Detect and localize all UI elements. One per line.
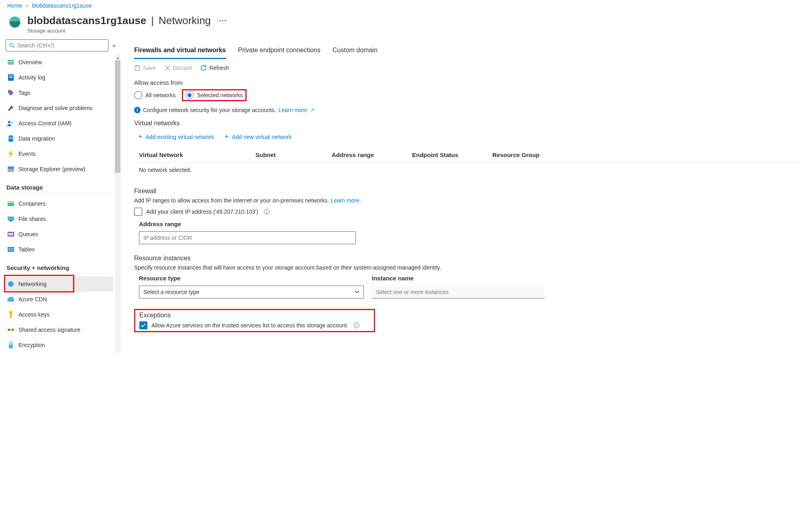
sidebar-item-sas[interactable]: Shared access signature [6, 322, 113, 337]
sidebar-item-label: Containers [18, 200, 46, 207]
sidebar-item-encryption[interactable]: Encryption [6, 337, 113, 353]
save-button[interactable]: Save [134, 65, 156, 71]
sidebar-item-iam[interactable]: Access Control (IAM) [6, 116, 113, 131]
breadcrumb-resource[interactable]: blobdatascans1rg1ause [32, 2, 92, 9]
tab-firewalls[interactable]: Firewalls and virtual networks [134, 47, 226, 59]
resource-instances-heading: Resource instances [134, 255, 802, 262]
svg-rect-18 [8, 203, 14, 206]
radio-selected-networks[interactable]: Selected networks [186, 91, 243, 99]
sidebar-scrollbar-thumb[interactable] [115, 60, 120, 173]
svg-rect-19 [8, 217, 14, 221]
sidebar-item-label: Shared access signature [18, 327, 80, 333]
sidebar-item-overview[interactable]: Overview [6, 55, 113, 70]
sidebar-item-tags[interactable]: Tags [6, 85, 113, 100]
svg-rect-5 [8, 61, 14, 65]
help-icon[interactable]: i [264, 209, 269, 215]
sidebar-item-label: Tables [18, 246, 35, 253]
allow-access-label: Allow access from [134, 79, 802, 86]
sidebar-item-containers[interactable]: Containers [6, 196, 113, 211]
queues-icon [7, 232, 14, 237]
migrate-icon [7, 135, 14, 142]
sidebar-item-label: Networking [18, 281, 47, 287]
page-subtitle: Storage account [27, 28, 227, 34]
svg-rect-17 [8, 201, 14, 202]
page-section: Networking [159, 14, 211, 27]
link-label: Add existing virtual network [146, 134, 214, 140]
discard-button[interactable]: Discard [165, 65, 192, 71]
sidebar-item-azure-cdn[interactable]: Azure CDN [6, 292, 113, 307]
sidebar-item-label: Diagnose and solve problems [18, 105, 92, 111]
tab-custom-domain[interactable]: Custom domain [333, 47, 377, 59]
sidebar-item-label: Azure CDN [18, 296, 47, 302]
learn-more-link[interactable]: Learn more [279, 107, 308, 113]
highlight-annotation: Selected networks [182, 89, 246, 101]
bolt-icon [7, 150, 14, 157]
sidebar-item-access-keys[interactable]: Access keys [6, 307, 113, 322]
networking-icon [7, 281, 14, 287]
sidebar-section-security: Security + networking [6, 264, 120, 271]
address-range-input[interactable] [139, 231, 356, 244]
tag-icon [7, 90, 14, 96]
instance-name-label: Instance name [372, 275, 545, 282]
sidebar-item-diagnose[interactable]: Diagnose and solve problems [6, 100, 113, 116]
explorer-icon [7, 166, 14, 172]
firewall-learn-more-link[interactable]: Learn more. [331, 197, 361, 204]
search-icon [9, 43, 15, 48]
svg-point-34 [12, 329, 14, 331]
add-client-ip-label: Add your client IP address ('49.207.210.… [146, 208, 258, 215]
fileshares-icon [7, 217, 14, 221]
refresh-icon [200, 65, 207, 71]
divider [6, 274, 112, 274]
breadcrumb: Home › blobdatascans1rg1ause [0, 0, 812, 11]
sidebar-item-activity-log[interactable]: Activity log [6, 70, 113, 85]
search-box[interactable] [6, 39, 108, 51]
add-client-ip-checkbox[interactable] [134, 208, 142, 216]
svg-line-3 [13, 46, 14, 48]
sidebar-item-networking[interactable]: Networking [6, 276, 113, 292]
col-subnet: Subnet [255, 151, 332, 158]
keys-icon [7, 311, 14, 318]
info-text: Configure network security for your stor… [143, 107, 276, 113]
refresh-button[interactable]: Refresh [200, 65, 229, 71]
resource-type-select[interactable]: Select a resource type [139, 286, 364, 298]
sidebar-item-label: Storage Explorer (preview) [18, 166, 86, 172]
col-virtual-network: Virtual Network [139, 151, 255, 158]
instance-name-input[interactable] [372, 286, 545, 298]
more-button[interactable]: ··· [219, 16, 227, 25]
search-input[interactable] [17, 42, 105, 49]
sidebar-item-label: File shares [18, 216, 46, 222]
col-endpoint-status: Endpoint Status [412, 151, 492, 158]
collapse-sidebar-button[interactable]: « [112, 42, 116, 49]
add-new-vnet-button[interactable]: +Add new virtual network [224, 133, 292, 141]
svg-point-13 [8, 139, 13, 142]
tab-private-endpoint[interactable]: Private endpoint connections [238, 47, 320, 59]
breadcrumb-home[interactable]: Home [7, 2, 22, 9]
sidebar-item-data-migration[interactable]: Data migration [6, 131, 113, 146]
help-icon[interactable]: i [354, 323, 359, 328]
toolbar-label: Refresh [209, 65, 229, 71]
svg-rect-8 [9, 77, 12, 78]
sidebar-item-queues[interactable]: Queues [6, 227, 113, 242]
firewall-desc: Add IP ranges to allow access from the i… [134, 197, 329, 204]
toolbar: Save Discard Refresh [134, 65, 802, 71]
sidebar-item-file-shares[interactable]: File shares [6, 211, 113, 227]
svg-rect-16 [11, 167, 13, 169]
sidebar-item-events[interactable]: Events [6, 146, 113, 161]
sidebar-item-label: Activity log [18, 74, 45, 81]
cdn-icon [7, 297, 14, 302]
svg-rect-22 [8, 233, 10, 235]
sidebar-item-label: Queues [18, 231, 38, 237]
external-link-icon: ↗ [310, 107, 314, 113]
sidebar-item-storage-explorer[interactable]: Storage Explorer (preview) [6, 161, 113, 177]
svg-rect-25 [8, 247, 14, 252]
svg-rect-7 [9, 76, 12, 76]
sidebar-item-tables[interactable]: Tables [6, 242, 113, 257]
radio-all-networks[interactable]: All networks [134, 91, 175, 99]
virtual-networks-heading: Virtual networks [134, 120, 802, 127]
svg-rect-23 [10, 233, 11, 235]
discard-icon [165, 65, 170, 71]
allow-trusted-services-checkbox[interactable] [139, 321, 147, 329]
svg-point-2 [10, 43, 13, 47]
add-existing-vnet-button[interactable]: +Add existing virtual network [138, 133, 214, 141]
scroll-up-arrow[interactable]: ▴ [115, 55, 120, 60]
